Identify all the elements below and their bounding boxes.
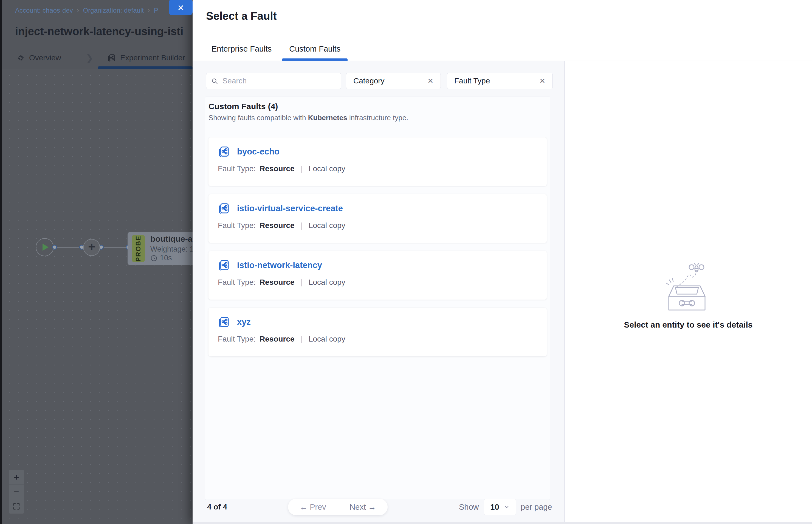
fault-list-container: Custom Faults (4) Showing faults compati… [205, 97, 550, 500]
tab-experiment-builder-label: Experiment Builder [120, 53, 185, 62]
fault-type-label: Fault Type: [218, 221, 256, 230]
custom-fault-icon [218, 146, 230, 158]
fault-type-value: Resource [260, 335, 295, 343]
fault-type-label: Fault Type: [218, 335, 256, 343]
active-tab-indicator [282, 59, 348, 61]
empty-state-text: Select an entity to see it's details [624, 320, 753, 329]
modal-tab[interactable]: Custom Faults [289, 45, 341, 61]
fault-card[interactable]: byoc-echo Fault Type: Resource | Local c… [209, 137, 547, 186]
breadcrumb-org-link[interactable]: Organization: default [83, 6, 144, 14]
fault-card[interactable]: istio-virtual-service-create Fault Type:… [209, 194, 547, 243]
play-icon [43, 244, 49, 251]
probe-node-weightage: Weightage: 10 [150, 245, 196, 253]
next-page-button[interactable]: Next → [338, 499, 387, 515]
probe-badge: PROBE [132, 235, 145, 262]
builder-icon [107, 54, 116, 62]
meta-divider: | [301, 221, 302, 230]
probe-node-title: boutique-ap [150, 234, 196, 244]
search-box[interactable] [206, 73, 341, 89]
experiment-title: inject-network-latency-using-isti [15, 25, 183, 37]
show-label: Show [459, 503, 479, 512]
pipeline-port [52, 245, 57, 250]
local-copy-label: Local copy [309, 335, 345, 343]
custom-fault-icon [218, 259, 230, 271]
fault-type-label: Fault Type: [218, 164, 256, 173]
per-page-label: per page [521, 503, 552, 512]
pagination-buttons: ← Prev Next → [288, 499, 387, 515]
modal-tab-label: Enterprise Faults [212, 45, 271, 53]
category-filter[interactable]: Category ✕ [346, 73, 441, 89]
tab-overview[interactable]: Overview [17, 46, 61, 69]
pagination-range: 4 of 4 [207, 503, 227, 511]
meta-divider: | [301, 164, 302, 173]
pipeline-edge [104, 247, 126, 248]
clear-filter-icon[interactable]: ✕ [427, 77, 433, 85]
select-fault-modal: ✕ Select a Fault Enterprise Faults Custo… [193, 0, 812, 524]
experiment-tabbar: Overview ❯ Experiment Builder [2, 46, 193, 69]
search-input[interactable] [222, 76, 336, 86]
zoom-in-button[interactable]: + [9, 470, 24, 485]
probe-node-card[interactable]: PROBE boutique-ap Weightage: 10 10s [128, 232, 196, 265]
fault-details-pane: Select an entity to see it's details [565, 61, 812, 524]
overview-icon [17, 54, 25, 62]
pipeline-start-node[interactable] [36, 238, 54, 256]
prev-page-button[interactable]: ← Prev [288, 499, 338, 515]
zoom-out-button[interactable]: − [9, 485, 24, 499]
chevron-right-icon: ❯ [86, 46, 94, 69]
breadcrumb-separator-icon: › [148, 6, 150, 15]
fault-name-link[interactable]: istio-network-latency [237, 260, 322, 270]
page-size-select[interactable]: 10 [484, 499, 516, 515]
breadcrumb-project-link[interactable]: P [154, 6, 158, 14]
clock-icon [150, 255, 158, 262]
fault-card[interactable]: istio-network-latency Fault Type: Resour… [209, 251, 547, 299]
fault-card[interactable]: xyz Fault Type: Resource | Local copy [209, 308, 547, 356]
empty-state: Select an entity to see it's details [565, 263, 812, 329]
fault-type-value: Resource [260, 221, 295, 230]
fullscreen-button[interactable] [9, 499, 24, 513]
section-title: Custom Faults (4) [209, 102, 547, 111]
fault-type-filter-label: Fault Type [454, 77, 490, 85]
fault-name-link[interactable]: istio-virtual-service-create [237, 203, 343, 213]
section-subtitle: Showing faults compatible with Kubernete… [209, 114, 547, 122]
fault-list: byoc-echo Fault Type: Resource | Local c… [209, 137, 547, 356]
close-icon: ✕ [177, 3, 184, 13]
page-header: Account: chaos-dev › Organization: defau… [2, 0, 193, 46]
pipeline-edge [57, 247, 79, 248]
custom-fault-icon [218, 316, 230, 328]
tab-experiment-builder[interactable]: Experiment Builder [107, 46, 185, 69]
local-copy-label: Local copy [309, 221, 345, 230]
active-tab-underline [98, 66, 193, 69]
meta-divider: | [301, 335, 302, 343]
empty-box-illustration [665, 263, 712, 314]
probe-node-duration: 10s [150, 254, 172, 262]
local-copy-label: Local copy [309, 278, 345, 287]
fault-type-value: Resource [260, 278, 295, 287]
local-copy-label: Local copy [309, 164, 345, 173]
add-fault-button[interactable]: + [83, 239, 100, 256]
chevron-down-icon [504, 504, 510, 510]
close-button[interactable]: ✕ [169, 0, 193, 15]
clear-filter-icon[interactable]: ✕ [539, 77, 545, 85]
modal-bottom-edge [193, 522, 812, 524]
fault-list-pane: Category ✕ Fault Type ✕ Custom Faults (4… [193, 61, 565, 524]
page-size-value: 10 [490, 503, 499, 512]
pipeline-canvas[interactable]: + PROBE boutique-ap Weightage: 10 10s + … [2, 69, 193, 524]
modal-tab-label: Custom Faults [289, 45, 341, 53]
collapsed-nav-edge [0, 0, 2, 524]
modal-tab[interactable]: Enterprise Faults [212, 45, 271, 61]
modal-header: Select a Fault Enterprise Faults Custom … [193, 0, 812, 61]
custom-fault-icon [218, 202, 230, 215]
fault-name-link[interactable]: xyz [237, 317, 251, 327]
app-root: Account: chaos-dev › Organization: defau… [0, 0, 812, 524]
search-icon [211, 77, 218, 85]
fault-type-label: Fault Type: [218, 278, 256, 287]
canvas-zoom-controls: + − [9, 470, 24, 513]
modal-tabs: Enterprise Faults Custom Faults [212, 45, 341, 61]
breadcrumb: Account: chaos-dev › Organization: defau… [15, 6, 158, 15]
fullscreen-icon [13, 503, 20, 510]
tab-overview-label: Overview [29, 53, 61, 62]
fault-type-value: Resource [260, 164, 295, 173]
fault-type-filter[interactable]: Fault Type ✕ [447, 73, 553, 89]
breadcrumb-account-link[interactable]: Account: chaos-dev [15, 6, 73, 14]
fault-name-link[interactable]: byoc-echo [237, 147, 280, 157]
